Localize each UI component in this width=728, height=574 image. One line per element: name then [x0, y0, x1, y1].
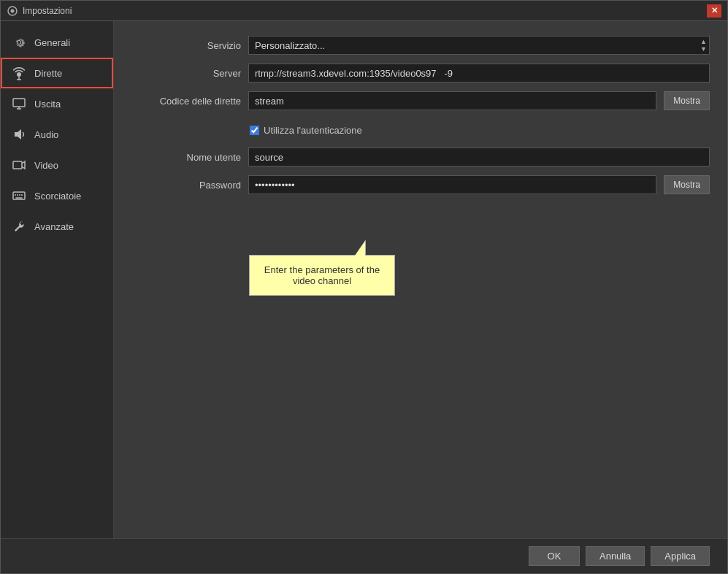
broadcast-icon — [11, 65, 27, 81]
monitor-icon — [11, 96, 27, 112]
servizio-label: Servizio — [131, 40, 241, 51]
sidebar: Generali Dirette — [1, 21, 114, 538]
app-icon — [7, 5, 18, 17]
sidebar-label-uscita: Uscita — [34, 99, 61, 110]
video-icon — [11, 157, 27, 173]
password-label: Password — [131, 180, 241, 191]
main-window: Impostazioni ✕ Generali — [0, 0, 728, 574]
tooltip-callout: Enter the parameters of the video channe… — [249, 255, 395, 296]
sidebar-label-scorciatoie: Scorciatoie — [34, 191, 81, 202]
server-label: Server — [131, 68, 241, 79]
auth-checkbox[interactable] — [250, 126, 259, 135]
applica-button[interactable]: Applica — [651, 546, 710, 566]
svg-marker-8 — [15, 129, 21, 139]
sidebar-label-dirette: Dirette — [34, 68, 62, 79]
sidebar-label-generali: Generali — [34, 37, 70, 48]
auth-label: Utilizza l'autenticazione — [264, 125, 362, 136]
content-area: Generali Dirette — [1, 21, 727, 538]
nome-input[interactable] — [248, 148, 710, 167]
sidebar-item-scorciatoie[interactable]: Scorciatoie — [1, 180, 113, 211]
sidebar-item-video[interactable]: Video — [1, 150, 113, 180]
form-area: Servizio Personalizzato... ▲ ▼ Server — [131, 36, 710, 194]
sidebar-label-audio: Audio — [34, 129, 58, 140]
servizio-select-wrapper: Personalizzato... ▲ ▼ — [248, 36, 710, 55]
password-input[interactable] — [248, 175, 656, 194]
codice-row: Codice delle dirette Mostra — [131, 91, 710, 110]
sidebar-item-avanzate[interactable]: Avanzate — [1, 211, 113, 242]
sidebar-item-audio[interactable]: Audio — [1, 119, 113, 150]
sidebar-label-video: Video — [34, 160, 58, 171]
svg-rect-9 — [13, 161, 22, 169]
svg-rect-5 — [13, 99, 25, 107]
svg-point-2 — [17, 72, 21, 77]
auth-row: Utilizza l'autenticazione — [250, 125, 710, 136]
server-row: Server — [131, 64, 710, 83]
audio-icon — [11, 126, 27, 142]
nome-row: Nome utente — [131, 148, 710, 167]
servizio-select[interactable]: Personalizzato... — [248, 36, 710, 55]
password-row: Password Mostra — [131, 175, 710, 194]
tooltip-text: Enter the parameters of the video channe… — [264, 264, 380, 286]
wrench-icon — [11, 218, 27, 234]
codice-input[interactable] — [248, 91, 656, 110]
server-input[interactable] — [248, 64, 710, 83]
sidebar-item-uscita[interactable]: Uscita — [1, 88, 113, 119]
main-panel: Servizio Personalizzato... ▲ ▼ Server — [114, 21, 727, 538]
show-button-1[interactable]: Mostra — [664, 91, 710, 110]
gear-icon — [11, 34, 27, 50]
svg-point-1 — [11, 9, 15, 12]
window-title: Impostazioni — [23, 6, 72, 16]
annulla-button[interactable]: Annulla — [586, 546, 645, 566]
sidebar-item-dirette[interactable]: Dirette — [1, 58, 113, 88]
titlebar: Impostazioni ✕ — [1, 1, 727, 21]
codice-label: Codice delle dirette — [131, 96, 241, 107]
keyboard-icon — [11, 188, 27, 204]
show-button-2[interactable]: Mostra — [664, 175, 710, 194]
sidebar-item-generali[interactable]: Generali — [1, 27, 113, 58]
footer: OK Annulla Applica — [1, 538, 727, 573]
close-button[interactable]: ✕ — [707, 4, 721, 18]
nome-label: Nome utente — [131, 152, 241, 163]
ok-button[interactable]: OK — [529, 546, 580, 566]
servizio-row: Servizio Personalizzato... ▲ ▼ — [131, 36, 710, 55]
sidebar-label-avanzate: Avanzate — [34, 221, 74, 232]
